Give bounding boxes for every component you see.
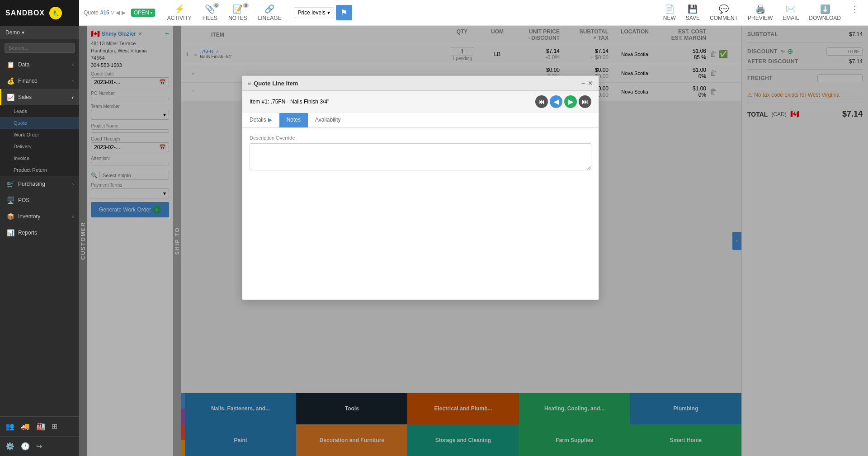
- sales-icon: 📈: [7, 94, 14, 101]
- more-icon: ⋮: [851, 4, 859, 14]
- sidebar-item-quote[interactable]: Quote: [0, 117, 79, 129]
- logo-area: SANDBOX 🦜: [0, 0, 79, 26]
- modal-tabs: Details ▶ Notes Availability: [242, 113, 599, 128]
- sidebar-item-pos[interactable]: 🖥️ POS: [0, 192, 79, 208]
- sidebar-item-purchasing-label: Purchasing: [18, 181, 45, 187]
- sidebar-item-leads[interactable]: Leads: [0, 105, 79, 117]
- quote-line-item-modal: ≡ Quote Line Item − ✕ Item #1: .75FN - N…: [242, 75, 599, 300]
- sidebar-item-data[interactable]: 📋 Data ›: [0, 56, 79, 73]
- save-button[interactable]: 💾 SAVE: [681, 1, 704, 24]
- modal-tab-details-play-icon: ▶: [268, 117, 272, 123]
- reports-icon: 📊: [7, 229, 14, 236]
- purchasing-icon: 🛒: [7, 180, 14, 188]
- sidebar-item-work-order[interactable]: Work Order: [0, 129, 79, 141]
- quote-nav-prev[interactable]: ◀: [116, 9, 120, 16]
- sidebar-item-pos-label: POS: [18, 197, 29, 203]
- demo-chevron: ▾: [22, 29, 24, 36]
- email-button[interactable]: ✉️ EMAIL: [778, 1, 803, 24]
- modal-nav-last[interactable]: ⏭: [579, 95, 591, 108]
- top-toolbar: Quote #15 v ◀ ▶ OPEN ▾ ⚡ ACTIVITY 📎 0 FI…: [79, 0, 868, 26]
- preview-button[interactable]: 🖨️ PREVIEW: [743, 1, 777, 24]
- activity-label: ACTIVITY: [167, 15, 192, 21]
- sidebar-item-sales[interactable]: 📈 Sales ▾: [0, 89, 79, 105]
- demo-selector[interactable]: Demo ▾: [0, 26, 79, 39]
- download-button[interactable]: ⬇️ DOWNLOAD: [804, 1, 845, 24]
- pos-icon: 🖥️: [7, 197, 14, 204]
- new-label: NEW: [663, 15, 676, 21]
- sidebar-item-inventory[interactable]: 📦 Inventory ›: [0, 208, 79, 225]
- sidebar-item-data-label: Data: [18, 61, 29, 68]
- modal-tab-availability-label: Availability: [315, 117, 340, 123]
- price-level-label: Price levels: [298, 9, 326, 16]
- demo-label: Demo: [5, 29, 20, 36]
- signout-icon[interactable]: ↪: [34, 440, 44, 452]
- quote-nav-next[interactable]: ▶: [122, 9, 126, 16]
- sidebar-item-product-return[interactable]: Product Return: [0, 164, 79, 176]
- save-icon: 💾: [688, 4, 698, 14]
- files-button[interactable]: 📎 0 FILES: [198, 1, 222, 24]
- quote-info: Quote #15 v ◀ ▶: [84, 9, 126, 16]
- sidebar-item-inventory-label: Inventory: [18, 213, 40, 220]
- download-label: DOWNLOAD: [809, 15, 841, 21]
- more-button[interactable]: ⋮: [846, 1, 863, 24]
- clock-icon[interactable]: 🕐: [19, 440, 32, 452]
- sales-subnav: Leads Quote Work Order Delivery Invoice …: [0, 105, 79, 176]
- email-label: EMAIL: [783, 15, 799, 21]
- activity-button[interactable]: ⚡ ACTIVITY: [163, 1, 196, 24]
- sidebar-item-finance-label: Finance: [18, 78, 38, 84]
- modal-title: Quote Line Item: [254, 80, 298, 87]
- users-icon[interactable]: 👥: [4, 420, 16, 432]
- modal-close-button[interactable]: ✕: [588, 80, 593, 87]
- notes-icon: 📝: [233, 4, 243, 14]
- modal-nav-prev[interactable]: ◀: [550, 95, 562, 108]
- comment-button[interactable]: 💬 COMMENT: [705, 1, 742, 24]
- sidebar-item-invoice[interactable]: Invoice: [0, 152, 79, 164]
- main-content: Quote #15 v ◀ ▶ OPEN ▾ ⚡ ACTIVITY 📎 0 FI…: [79, 0, 868, 456]
- modal-nav-buttons: ⏮ ◀ ▶ ⏭: [535, 95, 591, 108]
- notes-button[interactable]: 📝 0 NOTES: [224, 1, 251, 24]
- lineage-button[interactable]: 🔗 LINEAGE: [253, 1, 286, 24]
- modal-menu-icon: ≡: [248, 80, 251, 86]
- activity-icon: ⚡: [175, 4, 184, 14]
- price-level-chevron: ▾: [327, 9, 330, 16]
- notes-badge: 0: [243, 3, 249, 8]
- logo-icon: 🦜: [48, 6, 63, 20]
- lineage-icon: 🔗: [264, 4, 274, 14]
- modal-nav-first[interactable]: ⏮: [535, 95, 548, 108]
- app-name: SANDBOX: [5, 9, 45, 17]
- modal-tab-notes-label: Notes: [287, 117, 301, 123]
- modal-tab-notes[interactable]: Notes: [279, 113, 308, 127]
- price-level-button[interactable]: ⚑: [336, 5, 352, 20]
- status-dropdown-arrow: ▾: [151, 11, 152, 15]
- sidebar-item-purchasing[interactable]: 🛒 Purchasing ›: [0, 176, 79, 192]
- inventory-arrow: ›: [72, 214, 74, 219]
- new-button[interactable]: 📄 NEW: [659, 1, 680, 24]
- sidebar-search-input[interactable]: [5, 43, 75, 53]
- purchasing-arrow: ›: [72, 182, 74, 187]
- modal-nav-next[interactable]: ▶: [564, 95, 577, 108]
- sidebar-item-finance[interactable]: 💰 Finance ›: [0, 73, 79, 89]
- sidebar: SANDBOX 🦜 Demo ▾ 📋 Data › 💰 Finance › 📈 …: [0, 0, 79, 456]
- modal-minimize-button[interactable]: −: [581, 80, 585, 87]
- preview-label: PREVIEW: [748, 15, 773, 21]
- grid-icon[interactable]: ⊞: [50, 420, 59, 432]
- sidebar-item-delivery[interactable]: Delivery: [0, 141, 79, 152]
- modal-tab-availability[interactable]: Availability: [308, 113, 348, 127]
- status-label: OPEN: [134, 9, 149, 16]
- description-override-textarea[interactable]: [250, 143, 591, 170]
- description-override-label: Description Override: [250, 135, 591, 141]
- modal-item-header: Item #1: .75FN - Nails Finish 3/4" ⏮ ◀ ▶…: [242, 91, 599, 113]
- download-icon: ⬇️: [820, 4, 830, 14]
- finance-icon: 💰: [7, 77, 14, 85]
- modal-tab-details[interactable]: Details ▶: [242, 113, 279, 127]
- quote-number: #15: [100, 9, 109, 16]
- price-level-select[interactable]: Price levels ▾: [294, 7, 334, 18]
- truck-icon[interactable]: 🚚: [19, 420, 32, 432]
- email-icon: ✉️: [786, 4, 796, 14]
- modal-item-ref: Item #1: .75FN - Nails Finish 3/4": [250, 99, 329, 105]
- factory-icon[interactable]: 🏭: [34, 420, 47, 432]
- status-badge[interactable]: OPEN ▾: [131, 9, 155, 17]
- settings-icon[interactable]: ⚙️: [4, 440, 16, 452]
- notes-label: NOTES: [228, 15, 247, 21]
- sidebar-item-reports[interactable]: 📊 Reports: [0, 225, 79, 241]
